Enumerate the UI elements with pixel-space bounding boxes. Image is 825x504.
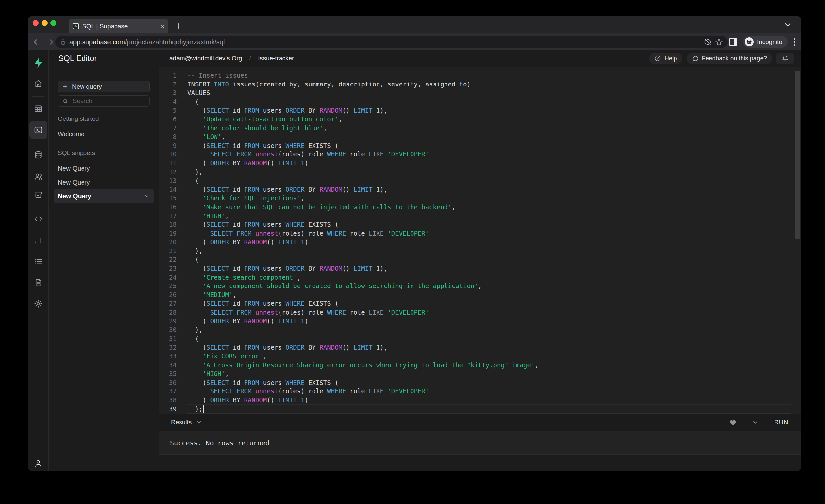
code-line[interactable]: SELECT FROM unnest(roles) role WHERE rol… [188, 387, 791, 396]
line-number: 17 [159, 212, 176, 220]
code-line[interactable]: ); [188, 405, 791, 414]
back-icon[interactable] [33, 38, 41, 46]
sidebar-item[interactable]: New Query [54, 175, 154, 189]
run-options-chevron-icon[interactable] [752, 419, 759, 426]
account-icon[interactable] [34, 459, 43, 468]
sidebar-item[interactable]: New Query [54, 189, 154, 203]
code-line[interactable]: (SELECT id FROM users ORDER BY RANDOM() … [188, 185, 791, 194]
code-line[interactable]: (SELECT id FROM users WHERE EXISTS ( [188, 299, 791, 308]
favorite-heart-icon[interactable] [729, 419, 737, 426]
search-input[interactable] [72, 97, 145, 105]
storage-icon[interactable] [34, 191, 43, 199]
code-line[interactable]: ( [188, 97, 791, 106]
code-line[interactable]: VALUES [188, 88, 791, 97]
code-line[interactable]: (SELECT id FROM users WHERE EXISTS ( [188, 378, 791, 387]
line-number: 21 [159, 246, 176, 256]
code-line[interactable]: 'MEDIUM', [188, 290, 791, 299]
code-line[interactable]: (SELECT id FROM users WHERE EXISTS ( [188, 220, 791, 229]
tab-search-chevron-icon[interactable] [784, 23, 791, 27]
code-line[interactable]: 'A Cross Origin Resource Sharing error o… [188, 361, 791, 370]
database-icon[interactable] [34, 151, 43, 159]
line-number: 33 [159, 352, 176, 361]
indent-guide [195, 97, 195, 413]
feedback-button[interactable]: Feedback on this page? [687, 53, 772, 64]
sql-code-editor[interactable]: 1234567891011121314151617181920212223242… [159, 67, 801, 414]
code-line[interactable]: ( [188, 255, 791, 264]
close-window-button[interactable] [33, 20, 39, 26]
code-line[interactable]: (SELECT id FROM users ORDER BY RANDOM() … [188, 264, 791, 273]
sidebar-item[interactable]: New Query [54, 161, 154, 175]
auth-users-icon[interactable] [34, 172, 43, 181]
code-line[interactable]: ( [188, 176, 791, 185]
browser-menu-icon[interactable] [794, 38, 796, 46]
line-numbers: 1234567891011121314151617181920212223242… [159, 71, 176, 413]
code-line[interactable]: 'Fix CORS error', [188, 352, 791, 361]
editor-scrollbar-thumb[interactable] [795, 71, 800, 239]
supabase-logo[interactable] [33, 58, 43, 68]
breadcrumb: adam@windmill.dev's Org / issue-tracker [169, 55, 294, 62]
maximize-window-button[interactable] [51, 20, 57, 26]
line-number: 5 [159, 106, 176, 115]
code-line[interactable]: 'HIGH', [188, 212, 791, 220]
results-dropdown[interactable]: Results [171, 419, 202, 426]
browser-tab[interactable]: SQL | Supabase × [69, 19, 168, 33]
code-line[interactable]: (SELECT id FROM users WHERE EXISTS ( [188, 141, 791, 150]
minimize-window-button[interactable] [42, 20, 48, 26]
chevron-down-icon [196, 419, 202, 426]
settings-gear-icon[interactable] [34, 299, 43, 308]
line-number: 30 [159, 326, 176, 334]
code-line[interactable]: ) ORDER BY RANDOM() LIMIT 1) [188, 317, 791, 326]
line-number: 9 [159, 141, 176, 150]
code-line[interactable]: ), [188, 246, 791, 256]
sidebar-item-label: New Query [58, 178, 150, 186]
code-line[interactable]: ) ORDER BY RANDOM() LIMIT 1) [188, 238, 791, 246]
code-line[interactable]: 'Create search component', [188, 273, 791, 282]
help-button-label: Help [664, 55, 677, 62]
code-line[interactable]: SELECT FROM unnest(roles) role WHERE rol… [188, 308, 791, 317]
breadcrumb-org[interactable]: adam@windmill.dev's Org [169, 55, 242, 62]
search-box[interactable] [58, 95, 150, 106]
code-line[interactable]: SELECT FROM unnest(roles) role WHERE rol… [188, 150, 791, 159]
bookmark-star-icon[interactable] [715, 38, 723, 46]
eye-off-icon[interactable] [704, 38, 712, 46]
code-line[interactable]: 'A new component should be created to al… [188, 282, 791, 290]
code-line[interactable]: ) ORDER BY RANDOM() LIMIT 1) [188, 159, 791, 168]
window-controls[interactable] [33, 20, 57, 26]
code-line[interactable]: (SELECT id FROM users ORDER BY RANDOM() … [188, 106, 791, 115]
breadcrumb-project[interactable]: issue-tracker [258, 55, 294, 62]
code-line[interactable]: ), [188, 168, 791, 176]
code-line[interactable]: -- Insert issues [188, 71, 791, 80]
run-button[interactable]: RUN [774, 419, 789, 426]
table-editor-icon[interactable] [34, 104, 43, 113]
code-line[interactable]: 'HIGH', [188, 369, 791, 378]
side-panel-icon[interactable] [729, 38, 737, 46]
code-line[interactable]: ( [188, 334, 791, 343]
code-line[interactable]: 'Update call-to-action button color', [188, 115, 791, 124]
new-query-button-label: New query [72, 83, 102, 90]
address-bar[interactable]: app.supabase.com/project/azahtnhqohyjerz… [56, 36, 728, 48]
edge-functions-icon[interactable] [34, 215, 43, 223]
tab-close-icon[interactable]: × [160, 23, 164, 30]
line-number: 15 [159, 194, 176, 203]
help-button[interactable]: Help [649, 53, 682, 64]
reports-icon[interactable] [34, 236, 43, 245]
plus-icon: + [63, 82, 67, 90]
home-icon[interactable] [34, 79, 43, 88]
new-query-button[interactable]: + New query [58, 81, 150, 92]
new-tab-icon[interactable] [174, 22, 182, 30]
sidebar-item[interactable]: Welcome [54, 127, 154, 141]
code-line[interactable]: 'LOW', [188, 132, 791, 141]
forward-icon[interactable] [46, 38, 55, 46]
logs-icon[interactable] [34, 258, 43, 266]
sql-editor-nav-active[interactable] [29, 121, 47, 139]
code-line[interactable]: SELECT FROM unnest(roles) role WHERE rol… [188, 229, 791, 238]
code-line[interactable]: ), [188, 326, 791, 334]
code-line[interactable]: 'Make sure that SQL can not be injected … [188, 203, 791, 212]
notifications-button[interactable] [776, 53, 794, 64]
code-line[interactable]: 'The color should be light blue', [188, 124, 791, 133]
code-line[interactable]: (SELECT id FROM users ORDER BY RANDOM() … [188, 343, 791, 352]
code-line[interactable]: INSERT INTO issues(created_by, summary, … [188, 80, 791, 89]
code-line[interactable]: ) ORDER BY RANDOM() LIMIT 1) [188, 396, 791, 405]
code-line[interactable]: 'Check for SQL injections', [188, 194, 791, 203]
api-docs-icon[interactable] [34, 278, 43, 287]
